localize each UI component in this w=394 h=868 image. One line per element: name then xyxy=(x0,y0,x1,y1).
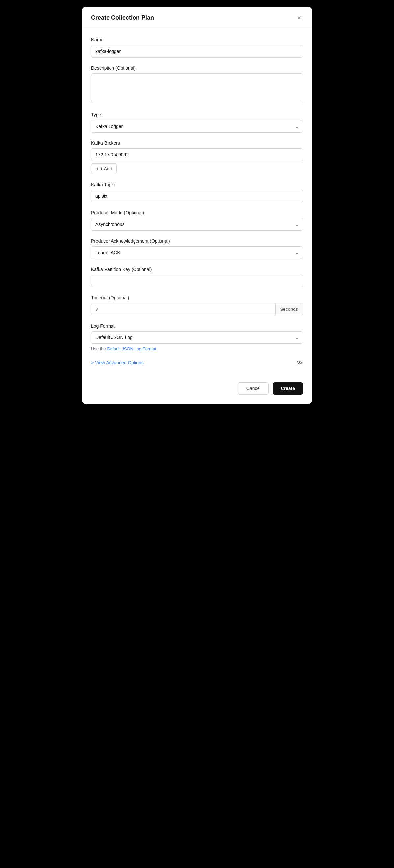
kafka-brokers-label: Kafka Brokers xyxy=(91,141,303,146)
timeout-field-group: Timeout (Optional) Seconds xyxy=(91,295,303,315)
log-format-select-wrapper: Default JSON Log Custom ⌄ xyxy=(91,331,303,344)
type-field-group: Type Kafka Logger HTTP Logger TCP Logger… xyxy=(91,112,303,132)
producer-ack-select[interactable]: Leader ACK No ACK All ACK xyxy=(91,246,303,259)
double-chevron-icon: ≫ xyxy=(297,359,303,366)
timeout-unit-label: Seconds xyxy=(275,303,303,315)
log-format-label: Log Format xyxy=(91,323,303,329)
view-advanced-options-button[interactable]: > View Advanced Options xyxy=(91,360,144,365)
kafka-topic-label: Kafka Topic xyxy=(91,182,303,187)
plus-icon: + xyxy=(96,166,99,172)
create-button[interactable]: Create xyxy=(273,382,303,395)
modal-footer: Cancel Create xyxy=(82,376,312,404)
cancel-button[interactable]: Cancel xyxy=(238,382,269,395)
kafka-topic-input[interactable] xyxy=(91,190,303,202)
name-label: Name xyxy=(91,37,303,42)
log-format-hint-link[interactable]: Default JSON Log Format xyxy=(107,346,156,351)
type-select[interactable]: Kafka Logger HTTP Logger TCP Logger UDP … xyxy=(91,120,303,132)
modal-title: Create Collection Plan xyxy=(91,14,154,21)
producer-mode-label: Producer Mode (Optional) xyxy=(91,210,303,215)
timeout-label: Timeout (Optional) xyxy=(91,295,303,300)
log-format-field-group: Log Format Default JSON Log Custom ⌄ Use… xyxy=(91,323,303,351)
producer-mode-field-group: Producer Mode (Optional) Asynchronous Sy… xyxy=(91,210,303,230)
modal-body: Name Description (Optional) Type Kafka L… xyxy=(82,28,312,376)
producer-ack-select-wrapper: Leader ACK No ACK All ACK ⌄ xyxy=(91,246,303,259)
type-label: Type xyxy=(91,112,303,117)
kafka-topic-field-group: Kafka Topic xyxy=(91,182,303,202)
producer-ack-field-group: Producer Acknowledgement (Optional) Lead… xyxy=(91,239,303,259)
log-format-select[interactable]: Default JSON Log Custom xyxy=(91,331,303,344)
description-field-group: Description (Optional) xyxy=(91,65,303,104)
producer-mode-select[interactable]: Asynchronous Synchronous xyxy=(91,218,303,230)
log-format-hint: Use the Default JSON Log Format. xyxy=(91,346,303,351)
broker-row xyxy=(91,148,303,161)
partition-key-input[interactable] xyxy=(91,275,303,287)
add-broker-button[interactable]: + + Add xyxy=(91,163,117,174)
name-field-group: Name xyxy=(91,37,303,58)
kafka-brokers-input[interactable] xyxy=(91,148,303,161)
advanced-options-section: > View Advanced Options ≫ xyxy=(91,359,303,366)
log-format-hint-text: Use the xyxy=(91,346,107,351)
log-format-hint-end: . xyxy=(156,346,157,351)
create-collection-plan-modal: Create Collection Plan × Name Descriptio… xyxy=(82,7,312,404)
producer-mode-select-wrapper: Asynchronous Synchronous ⌄ xyxy=(91,218,303,230)
timeout-row: Seconds xyxy=(91,303,303,315)
close-button[interactable]: × xyxy=(295,14,303,22)
partition-key-field-group: Kafka Partition Key (Optional) xyxy=(91,267,303,287)
type-select-wrapper: Kafka Logger HTTP Logger TCP Logger UDP … xyxy=(91,120,303,132)
partition-key-label: Kafka Partition Key (Optional) xyxy=(91,267,303,272)
timeout-input[interactable] xyxy=(91,303,275,315)
name-input[interactable] xyxy=(91,45,303,58)
modal-header: Create Collection Plan × xyxy=(82,7,312,28)
producer-ack-label: Producer Acknowledgement (Optional) xyxy=(91,239,303,244)
description-label: Description (Optional) xyxy=(91,65,303,71)
add-broker-label: + Add xyxy=(100,166,112,172)
kafka-brokers-field-group: Kafka Brokers + + Add xyxy=(91,141,303,174)
description-input[interactable] xyxy=(91,73,303,103)
